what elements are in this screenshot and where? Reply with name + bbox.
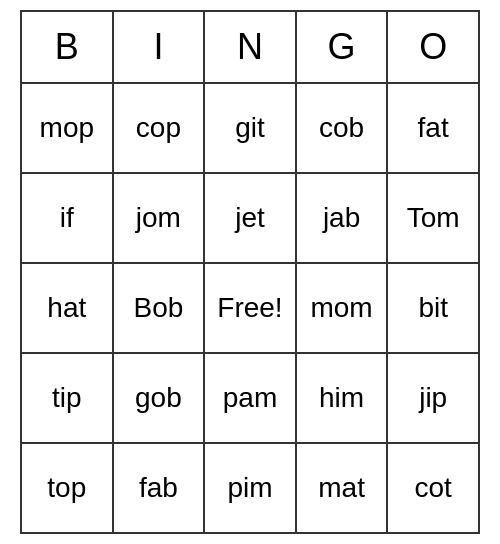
cell-2-5: Tom <box>388 174 478 262</box>
header-row: B I N G O <box>22 12 478 84</box>
header-b: B <box>22 12 114 82</box>
cell-4-5: jip <box>388 354 478 442</box>
cell-2-3: jet <box>205 174 297 262</box>
cell-5-5: cot <box>388 444 478 532</box>
cell-1-5: fat <box>388 84 478 172</box>
cell-3-2: Bob <box>114 264 206 352</box>
row-2: if jom jet jab Tom <box>22 174 478 264</box>
cell-4-3: pam <box>205 354 297 442</box>
cell-5-3: pim <box>205 444 297 532</box>
cell-1-2: cop <box>114 84 206 172</box>
cell-5-2: fab <box>114 444 206 532</box>
cell-2-4: jab <box>297 174 389 262</box>
cell-4-2: gob <box>114 354 206 442</box>
bingo-card: B I N G O mop cop git cob fat if jom jet… <box>20 10 480 534</box>
row-4: tip gob pam him jip <box>22 354 478 444</box>
cell-4-4: him <box>297 354 389 442</box>
cell-1-1: mop <box>22 84 114 172</box>
row-5: top fab pim mat cot <box>22 444 478 532</box>
cell-2-1: if <box>22 174 114 262</box>
cell-5-4: mat <box>297 444 389 532</box>
cell-1-3: git <box>205 84 297 172</box>
cell-free: Free! <box>205 264 297 352</box>
cell-3-5: bit <box>388 264 478 352</box>
cell-5-1: top <box>22 444 114 532</box>
cell-4-1: tip <box>22 354 114 442</box>
row-1: mop cop git cob fat <box>22 84 478 174</box>
header-o: O <box>388 12 478 82</box>
header-n: N <box>205 12 297 82</box>
header-g: G <box>297 12 389 82</box>
cell-2-2: jom <box>114 174 206 262</box>
header-i: I <box>114 12 206 82</box>
row-3: hat Bob Free! mom bit <box>22 264 478 354</box>
cell-1-4: cob <box>297 84 389 172</box>
cell-3-1: hat <box>22 264 114 352</box>
cell-3-4: mom <box>297 264 389 352</box>
